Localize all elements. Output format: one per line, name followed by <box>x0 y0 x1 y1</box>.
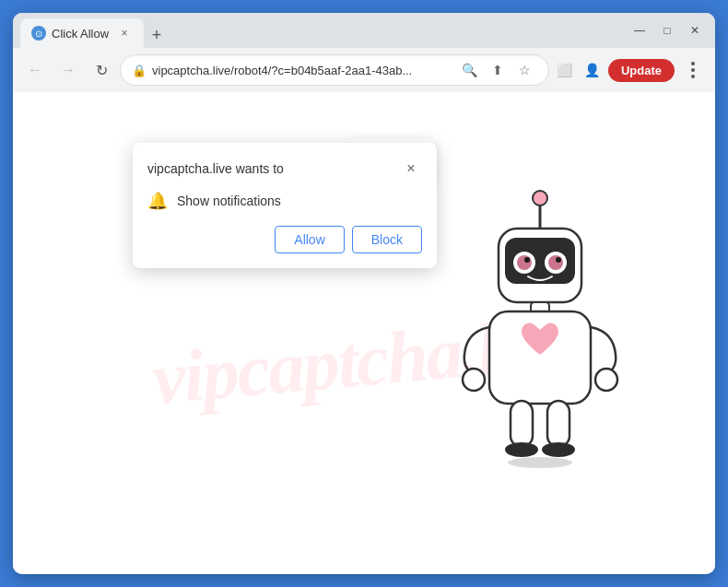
svg-point-15 <box>505 442 538 457</box>
svg-point-8 <box>524 257 530 263</box>
forward-button[interactable]: → <box>53 55 83 85</box>
update-button[interactable]: Update <box>608 59 675 82</box>
svg-point-12 <box>463 369 485 391</box>
tab-favicon: ⊙ <box>31 26 46 41</box>
tablet-view-button[interactable]: ⬜ <box>553 58 577 82</box>
favicon-symbol: ⊙ <box>35 29 42 39</box>
menu-dot-1 <box>691 62 695 65</box>
svg-point-9 <box>556 257 561 263</box>
notification-popup: vipcaptcha.live wants to × 🔔 Show notifi… <box>133 143 437 268</box>
page-content: vipcaptcha.live vipcaptcha.live wants to… <box>13 92 715 574</box>
block-button[interactable]: Block <box>352 226 422 253</box>
close-window-button[interactable]: ✕ <box>682 18 708 43</box>
popup-site-name: vipcaptcha.live wants to <box>147 161 284 176</box>
window-controls: — □ ✕ <box>627 18 708 43</box>
refresh-button[interactable]: ↻ <box>87 55 116 85</box>
nav-bar: ← → ↻ 🔒 vipcaptcha.live/robot4/?c=b04b5a… <box>13 48 715 92</box>
menu-button[interactable] <box>678 55 708 85</box>
svg-point-6 <box>517 255 532 270</box>
title-bar: ⊙ Click Allow × + — □ ✕ <box>13 13 715 48</box>
svg-point-17 <box>542 442 575 457</box>
address-icons: 🔍 ⬆ ☆ <box>458 58 537 82</box>
svg-rect-14 <box>511 401 533 447</box>
active-tab[interactable]: ⊙ Click Allow × <box>20 18 144 48</box>
allow-button[interactable]: Allow <box>275 226 344 253</box>
svg-rect-16 <box>547 401 569 447</box>
bell-icon: 🔔 <box>147 191 168 211</box>
menu-dot-2 <box>691 68 695 72</box>
url-text: vipcaptcha.live/robot4/?c=b04b5aaf-2aa1-… <box>152 64 452 77</box>
profile-button[interactable]: 👤 <box>581 58 605 82</box>
menu-dot-3 <box>691 75 695 78</box>
svg-point-7 <box>548 255 563 270</box>
browser-window: ⊙ Click Allow × + — □ ✕ ← → ↻ 🔒 vipcaptc… <box>13 13 715 574</box>
search-icon-button[interactable]: 🔍 <box>458 58 482 82</box>
popup-notification-row: 🔔 Show notifications <box>147 191 422 211</box>
robot-container: YOU <box>420 120 660 470</box>
svg-point-1 <box>533 191 547 205</box>
robot-illustration <box>439 175 641 470</box>
maximize-button[interactable]: □ <box>654 18 680 43</box>
bookmark-icon-button[interactable]: ☆ <box>513 58 537 82</box>
minimize-button[interactable]: — <box>627 18 652 43</box>
popup-header: vipcaptcha.live wants to × <box>147 158 422 180</box>
close-tab-button[interactable]: × <box>116 25 133 41</box>
notification-label: Show notifications <box>177 194 281 208</box>
svg-point-13 <box>595 369 617 391</box>
svg-rect-11 <box>489 311 591 404</box>
address-bar[interactable]: 🔒 vipcaptcha.live/robot4/?c=b04b5aaf-2aa… <box>120 54 549 86</box>
lock-icon: 🔒 <box>132 64 147 77</box>
tab-title: Click Allow <box>52 27 109 41</box>
popup-buttons: Allow Block <box>147 226 422 253</box>
new-tab-button[interactable]: + <box>144 22 170 48</box>
tabs-area: ⊙ Click Allow × + <box>20 13 323 48</box>
share-icon-button[interactable]: ⬆ <box>486 58 510 82</box>
back-button[interactable]: ← <box>20 55 50 85</box>
popup-close-button[interactable]: × <box>400 158 422 180</box>
svg-point-18 <box>508 457 572 468</box>
